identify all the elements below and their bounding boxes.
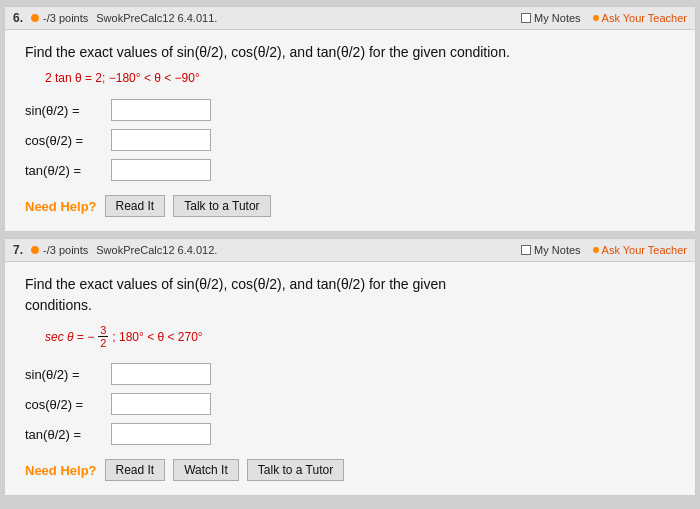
problem-6-content: Find the exact values of sin(θ/2), cos(θ… bbox=[5, 30, 695, 231]
tan-label-6: tan(θ/2) = bbox=[25, 163, 105, 178]
sin-input-6[interactable] bbox=[111, 99, 211, 121]
ask-teacher-label-7: Ask Your Teacher bbox=[602, 244, 687, 256]
orange-dot-6 bbox=[31, 14, 39, 22]
ask-teacher-label-6: Ask Your Teacher bbox=[602, 12, 687, 24]
my-notes-7[interactable]: My Notes bbox=[521, 244, 580, 256]
notes-checkbox-6[interactable] bbox=[521, 13, 531, 23]
need-help-row-7: Need Help? Read It Watch It Talk to a Tu… bbox=[25, 459, 675, 481]
my-notes-6[interactable]: My Notes bbox=[521, 12, 580, 24]
header-right-6: My Notes Ask Your Teacher bbox=[521, 12, 687, 24]
tan-input-6[interactable] bbox=[111, 159, 211, 181]
header-left-7: 7. -/3 points SwokPreCalc12 6.4.012. bbox=[13, 243, 217, 257]
sin-row-6: sin(θ/2) = bbox=[25, 99, 675, 121]
problem-number-6: 6. bbox=[13, 11, 23, 25]
problem-7: 7. -/3 points SwokPreCalc12 6.4.012. My … bbox=[4, 238, 696, 496]
sin-input-7[interactable] bbox=[111, 363, 211, 385]
condition-6: 2 tan θ = 2; −180° < θ < −90° bbox=[45, 71, 675, 85]
problem-6: 6. -/3 points SwokPreCalc12 6.4.011. My … bbox=[4, 6, 696, 232]
read-it-btn-6[interactable]: Read It bbox=[105, 195, 166, 217]
fraction-7: 3 2 bbox=[98, 324, 108, 349]
tan-row-6: tan(θ/2) = bbox=[25, 159, 675, 181]
need-help-label-6: Need Help? bbox=[25, 199, 97, 214]
need-help-row-6: Need Help? Read It Talk to a Tutor bbox=[25, 195, 675, 217]
orange-dot-7 bbox=[31, 246, 39, 254]
cos-input-7[interactable] bbox=[111, 393, 211, 415]
problem-number-7: 7. bbox=[13, 243, 23, 257]
tan-row-7: tan(θ/2) = bbox=[25, 423, 675, 445]
header-left-6: 6. -/3 points SwokPreCalc12 6.4.011. bbox=[13, 11, 217, 25]
my-notes-label-7: My Notes bbox=[534, 244, 580, 256]
header-right-7: My Notes Ask Your Teacher bbox=[521, 244, 687, 256]
tan-input-7[interactable] bbox=[111, 423, 211, 445]
points-7: -/3 points bbox=[43, 244, 88, 256]
sin-label-7: sin(θ/2) = bbox=[25, 367, 105, 382]
problem-7-header: 7. -/3 points SwokPreCalc12 6.4.012. My … bbox=[5, 239, 695, 262]
problem-7-content: Find the exact values of sin(θ/2), cos(θ… bbox=[5, 262, 695, 495]
problem-6-header: 6. -/3 points SwokPreCalc12 6.4.011. My … bbox=[5, 7, 695, 30]
problem-7-title: Find the exact values of sin(θ/2), cos(θ… bbox=[25, 274, 675, 316]
need-help-label-7: Need Help? bbox=[25, 463, 97, 478]
ask-teacher-7[interactable]: Ask Your Teacher bbox=[593, 244, 687, 256]
read-it-btn-7[interactable]: Read It bbox=[105, 459, 166, 481]
course-6: SwokPreCalc12 6.4.011. bbox=[96, 12, 217, 24]
condition-7: sec θ = − 3 2 ; 180° < θ < 270° bbox=[45, 324, 675, 349]
talk-tutor-btn-6[interactable]: Talk to a Tutor bbox=[173, 195, 270, 217]
points-6: -/3 points bbox=[43, 12, 88, 24]
notes-checkbox-7[interactable] bbox=[521, 245, 531, 255]
ask-teacher-6[interactable]: Ask Your Teacher bbox=[593, 12, 687, 24]
problem-6-title: Find the exact values of sin(θ/2), cos(θ… bbox=[25, 42, 675, 63]
teacher-bullet-6 bbox=[593, 15, 599, 21]
cos-label-6: cos(θ/2) = bbox=[25, 133, 105, 148]
talk-tutor-btn-7[interactable]: Talk to a Tutor bbox=[247, 459, 344, 481]
cos-label-7: cos(θ/2) = bbox=[25, 397, 105, 412]
sin-label-6: sin(θ/2) = bbox=[25, 103, 105, 118]
cos-row-7: cos(θ/2) = bbox=[25, 393, 675, 415]
sin-row-7: sin(θ/2) = bbox=[25, 363, 675, 385]
teacher-bullet-7 bbox=[593, 247, 599, 253]
cos-input-6[interactable] bbox=[111, 129, 211, 151]
watch-it-btn-7[interactable]: Watch It bbox=[173, 459, 239, 481]
course-7: SwokPreCalc12 6.4.012. bbox=[96, 244, 217, 256]
my-notes-label-6: My Notes bbox=[534, 12, 580, 24]
cos-row-6: cos(θ/2) = bbox=[25, 129, 675, 151]
tan-label-7: tan(θ/2) = bbox=[25, 427, 105, 442]
